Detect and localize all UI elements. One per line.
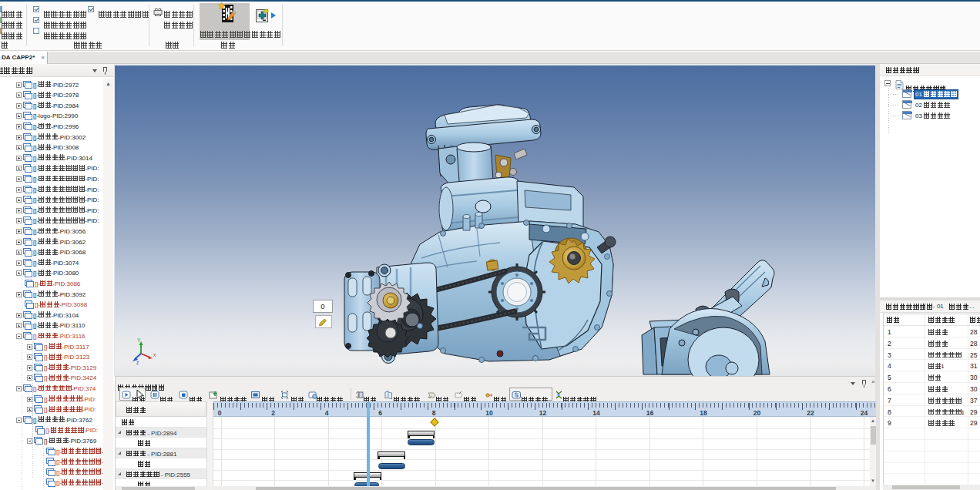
- svg-text:x: x: [153, 352, 156, 357]
- svg-text:Y: Y: [137, 337, 141, 343]
- svg-text:z: z: [136, 360, 139, 365]
